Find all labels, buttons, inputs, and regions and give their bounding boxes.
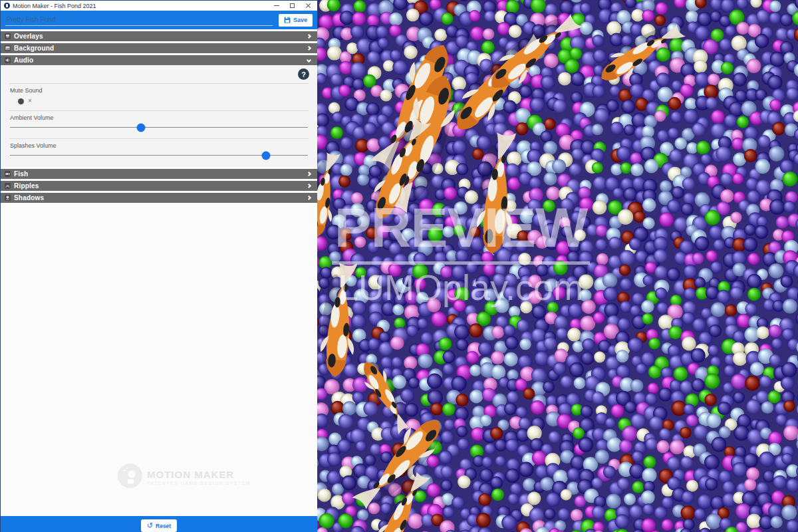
footer-bar: ↺ Reset bbox=[1, 516, 317, 532]
splashes-volume-slider[interactable] bbox=[10, 150, 308, 160]
motion-maker-window: Motion Maker - Fish Pond 2021 Save bbox=[0, 0, 317, 532]
reset-button[interactable]: ↺ Reset bbox=[141, 519, 177, 532]
section-header-fish[interactable]: Fish bbox=[1, 169, 317, 179]
overlays-icon bbox=[5, 33, 11, 39]
chevron-right-icon bbox=[307, 172, 311, 176]
maximize-icon[interactable] bbox=[290, 3, 295, 8]
audio-icon bbox=[5, 57, 11, 63]
section-label: Shadows bbox=[14, 194, 304, 201]
chevron-right-icon bbox=[307, 34, 311, 39]
section-header-audio[interactable]: Audio bbox=[1, 55, 317, 65]
divider bbox=[9, 83, 309, 84]
pond-preview-area: PREVIEW LUMOplay.com bbox=[317, 0, 798, 532]
section-header-overlays[interactable]: Overlays bbox=[1, 31, 317, 41]
close-icon[interactable] bbox=[305, 3, 311, 9]
fish-icon bbox=[5, 171, 11, 177]
slider-track[interactable] bbox=[10, 127, 308, 128]
motion-maker-watermark: MOTION MAKER PATENTED GAME DESIGN SYSTEM bbox=[118, 464, 251, 488]
koi-fish bbox=[481, 5, 585, 99]
save-button[interactable]: Save bbox=[279, 14, 313, 27]
reset-icon: ↺ bbox=[147, 522, 153, 529]
mute-toggle-icon[interactable] bbox=[18, 98, 24, 104]
window-controls bbox=[274, 3, 317, 9]
koi-fish-layer bbox=[317, 0, 798, 532]
app-logo-icon bbox=[4, 3, 10, 9]
help-button[interactable]: ? bbox=[298, 68, 309, 80]
chevron-down-icon bbox=[307, 58, 311, 63]
audio-settings-panel: ? Mute Sound × Ambient Volume Splashes V… bbox=[1, 65, 317, 167]
shadows-icon bbox=[5, 195, 11, 201]
section-label: Audio bbox=[14, 57, 304, 64]
background-icon bbox=[5, 45, 11, 51]
splashes-volume-label: Splashes Volume bbox=[10, 142, 309, 149]
koi-fish bbox=[317, 150, 343, 239]
koi-fish bbox=[474, 130, 521, 255]
ambient-volume-label: Ambient Volume bbox=[10, 114, 309, 121]
section-label: Ripples bbox=[14, 182, 304, 190]
screen: Motion Maker - Fish Pond 2021 Save bbox=[0, 0, 798, 532]
section-header-ripples[interactable]: Ripples bbox=[1, 181, 317, 191]
minimize-icon[interactable] bbox=[274, 5, 279, 6]
divider bbox=[9, 110, 309, 111]
ripples-icon bbox=[5, 183, 11, 189]
section-label: Fish bbox=[14, 170, 304, 178]
watermark-subtitle: PATENTED GAME DESIGN SYSTEM bbox=[147, 481, 251, 485]
scene-name-bar: Save bbox=[1, 11, 317, 29]
panel-body: MOTION MAKER PATENTED GAME DESIGN SYSTEM bbox=[1, 203, 317, 516]
splashes-slider-thumb[interactable] bbox=[262, 152, 271, 160]
save-button-label: Save bbox=[293, 17, 307, 23]
chevron-right-icon bbox=[307, 46, 311, 51]
watermark-title: MOTION MAKER bbox=[147, 469, 251, 479]
scene-name-input[interactable] bbox=[5, 15, 273, 26]
koi-fish bbox=[356, 356, 416, 436]
mute-sound-label: Mute Sound bbox=[10, 87, 309, 94]
ambient-volume-slider[interactable] bbox=[10, 122, 308, 132]
save-floppy-icon bbox=[284, 17, 291, 23]
ambient-slider-thumb[interactable] bbox=[137, 124, 146, 132]
koi-fish bbox=[594, 16, 687, 90]
reset-button-label: Reset bbox=[156, 523, 171, 529]
section-header-shadows[interactable]: Shadows bbox=[1, 193, 317, 203]
section-label: Overlays bbox=[14, 33, 304, 40]
mute-clear-icon[interactable]: × bbox=[28, 98, 32, 104]
section-label: Background bbox=[14, 45, 304, 52]
divider bbox=[9, 138, 309, 139]
title-bar: Motion Maker - Fish Pond 2021 bbox=[1, 1, 317, 11]
mute-sound-control: × bbox=[18, 98, 309, 104]
window-title: Motion Maker - Fish Pond 2021 bbox=[13, 3, 271, 9]
chevron-right-icon bbox=[307, 184, 311, 188]
motion-maker-logo-icon bbox=[118, 464, 142, 488]
section-header-background[interactable]: Background bbox=[1, 43, 317, 53]
koi-fish bbox=[318, 261, 362, 378]
chevron-right-icon bbox=[307, 196, 311, 200]
